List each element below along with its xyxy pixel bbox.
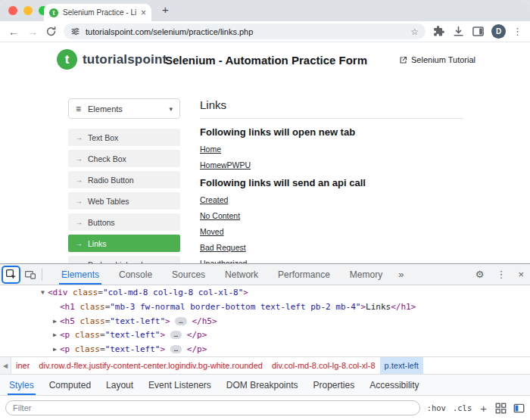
address-bar[interactable]: tutorialspoint.com/selenium/practice/lin… <box>64 23 426 39</box>
ellipsis-expand-button[interactable]: … <box>170 345 182 353</box>
logo-icon: t <box>57 49 77 70</box>
link-moved[interactable]: Moved <box>200 227 224 236</box>
link-bad-request[interactable]: Bad Request <box>200 243 246 252</box>
sidebar-item-label: Buttons <box>88 218 115 227</box>
element-state-button[interactable]: :hov <box>427 403 446 412</box>
dom-token <box>165 344 170 354</box>
bookmark-star-icon[interactable]: ☆ <box>410 26 419 37</box>
link-homewpwpu[interactable]: HomewPWPU <box>200 160 251 170</box>
hamburger-icon: ≡ <box>76 104 81 114</box>
devtools-tab-network[interactable]: Network <box>215 264 268 285</box>
sidebar-item-broken-links-images[interactable]: →Broken Links - Images <box>68 256 180 263</box>
tutorialspoint-logo[interactable]: t tutorialspoint <box>57 49 167 70</box>
dom-line[interactable]: ▼<div class="col-md-8 col-lg-8 col-xl-8"… <box>0 286 530 300</box>
profile-avatar[interactable]: D <box>491 24 506 39</box>
arrow-right-icon: → <box>75 133 83 142</box>
sidebar-item-radio-button[interactable]: →Radio Button <box>68 171 180 188</box>
sidebar-item-buttons[interactable]: →Buttons <box>68 213 180 231</box>
link-created[interactable]: Created <box>200 195 228 204</box>
devtools-tab-elements[interactable]: Elements <box>51 264 109 285</box>
settings-gear-icon[interactable]: ⚙ <box>469 269 491 280</box>
dom-token: "col-md-8 col-lg-8 col-xl-8" <box>103 288 243 297</box>
styles-tab-dom-breakpoints[interactable]: DOM Breakpoints <box>219 375 306 395</box>
minimize-window-button[interactable] <box>23 6 33 15</box>
selenium-tutorial-link[interactable]: Selenium Tutorial <box>399 55 475 64</box>
add-class-button[interactable]: .cls <box>453 403 472 412</box>
dom-line[interactable]: ▶<p class="text-left"> … </p> <box>0 343 530 356</box>
dom-line[interactable]: ▶<p class="text-left"> … </p> <box>0 328 530 343</box>
more-tabs-button[interactable]: » <box>392 269 410 280</box>
dom-line[interactable]: ▶<h5 class="text-left"> … </h5> <box>0 315 530 329</box>
collapse-arrow-icon[interactable]: ▼ <box>38 286 48 300</box>
breadcrumb-item-iner[interactable]: iner <box>11 357 34 374</box>
breadcrumb-item-p-text-left[interactable]: p.text-left <box>380 357 423 374</box>
ellipsis-expand-button[interactable]: … <box>170 331 182 339</box>
expand-arrow-icon[interactable]: ▶ <box>50 343 60 356</box>
browser-tab[interactable]: t Selenium Practice - Links × <box>44 4 151 21</box>
downloads-icon[interactable] <box>452 25 465 38</box>
dock-sidebar-icon[interactable] <box>513 403 525 414</box>
chevron-down-icon: ▾ <box>169 105 173 113</box>
dom-token: > <box>165 316 170 326</box>
new-style-rule-button[interactable]: + <box>480 402 487 415</box>
styles-tab-computed[interactable]: Computed <box>42 375 98 395</box>
dom-line[interactable]: <h1 class="mb-3 fw-normal border-bottom … <box>0 300 530 315</box>
browser-menu-kebab-icon[interactable]: ⋮ <box>513 26 522 37</box>
close-devtools-icon[interactable]: × <box>512 269 530 280</box>
sidebar-item-label: Check Box <box>88 154 126 163</box>
sidebar-item-text-box[interactable]: →Text Box <box>68 129 180 146</box>
ellipsis-expand-button[interactable]: … <box>175 317 186 325</box>
dom-token: <div <box>48 288 68 297</box>
link-no-content[interactable]: No Content <box>200 211 240 220</box>
expand-arrow-icon[interactable]: ▶ <box>50 315 60 329</box>
back-button[interactable]: ← <box>8 26 20 38</box>
devtools-tabs: ElementsConsoleSourcesNetworkPerformance… <box>51 264 392 285</box>
forward-button[interactable]: → <box>26 26 39 38</box>
filter-input[interactable] <box>5 400 420 415</box>
url-text: tutorialspoint.com/selenium/practice/lin… <box>86 27 405 36</box>
dom-token: > <box>243 288 248 297</box>
styles-tab-properties[interactable]: Properties <box>306 375 363 395</box>
new-tab-button[interactable]: + <box>162 3 169 16</box>
close-window-button[interactable] <box>8 6 17 15</box>
arrow-right-icon: → <box>75 197 83 205</box>
dom-token <box>182 330 187 340</box>
inspect-element-button[interactable] <box>2 266 20 284</box>
extensions-puzzle-icon[interactable] <box>432 25 445 38</box>
selenium-tutorial-label: Selenium Tutorial <box>411 55 475 64</box>
dom-token <box>182 344 187 354</box>
dom-text: Links <box>366 302 391 312</box>
devtools-menu-kebab-icon[interactable]: ⋮ <box>490 269 512 280</box>
site-settings-icon[interactable] <box>70 26 80 36</box>
expand-arrow-icon[interactable]: ▶ <box>50 328 60 343</box>
sidebar-header-dropdown[interactable]: ≡ Elements ▾ <box>68 98 180 119</box>
styles-tab-accessibility[interactable]: Accessibility <box>362 375 426 395</box>
dom-token: class <box>75 302 105 312</box>
sidebar-item-check-box[interactable]: →Check Box <box>68 150 180 167</box>
sidebar-item-web-tables[interactable]: →Web Tables <box>68 192 180 210</box>
tab-close-icon[interactable]: × <box>141 8 146 18</box>
devtools-tab-memory[interactable]: Memory <box>340 264 392 285</box>
devtools-tab-console[interactable]: Console <box>109 264 162 285</box>
arrow-right-icon: → <box>75 239 83 247</box>
sidebar-item-label: Radio Button <box>88 176 134 185</box>
side-panel-icon[interactable] <box>472 25 485 38</box>
styles-tab-styles[interactable]: Styles <box>2 375 42 395</box>
link-home[interactable]: Home <box>200 145 221 154</box>
styles-tab-event-listeners[interactable]: Event Listeners <box>141 375 219 395</box>
device-toolbar-button[interactable] <box>20 264 40 285</box>
browser-window: t Selenium Practice - Links × + ← → tuto… <box>0 0 530 420</box>
dom-token: class <box>75 316 105 326</box>
links-content: Links Following links will open new tabH… <box>200 98 463 263</box>
breadcrumb-scroll-left-button[interactable]: ◀ <box>0 357 11 374</box>
page-content: ≡ Elements ▾ →Text Box→Check Box→Radio B… <box>68 98 463 263</box>
styles-tab-layout[interactable]: Layout <box>98 375 141 395</box>
devtools-tab-sources[interactable]: Sources <box>162 264 215 285</box>
toolbar-divider <box>42 269 42 281</box>
sidebar-item-links[interactable]: →Links <box>68 235 180 252</box>
breadcrumb-item-div-col-md-8-col-lg-8-col-xl-8[interactable]: div.col-md-8.col-lg-8.col-xl-8 <box>267 357 380 374</box>
reload-button[interactable] <box>45 26 57 37</box>
devtools-tab-performance[interactable]: Performance <box>268 264 340 285</box>
grid-overlay-icon[interactable] <box>495 403 507 414</box>
breadcrumb-item-div-row-d-flex-justify-content-center-logindiv-bg-white-rounded[interactable]: div.row.d-flex.justify-content-center.lo… <box>34 357 267 374</box>
